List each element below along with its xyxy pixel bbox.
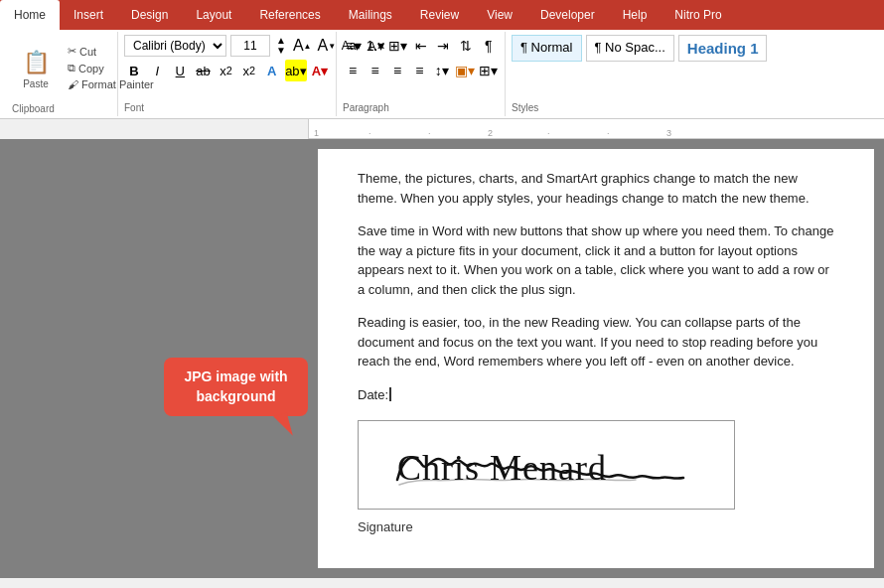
- ruler-area: 1 · · 2 · · 3: [0, 119, 884, 139]
- strikethrough-button[interactable]: ab: [193, 60, 213, 81]
- font-group: Calibri (Body) ▲ ▼ A▲ A▼ Aa▾ A✕ B I U ab…: [118, 32, 337, 116]
- style-no-spacing[interactable]: ¶ No Spac...: [586, 35, 674, 62]
- subscript-button[interactable]: x2: [217, 60, 236, 81]
- font-family-select[interactable]: Calibri (Body): [124, 35, 226, 57]
- bold-button[interactable]: B: [124, 60, 144, 81]
- style-heading1[interactable]: Heading 1: [678, 35, 768, 62]
- copy-icon: ⧉: [68, 62, 75, 74]
- clipboard-group-label: Clipboard: [12, 101, 109, 114]
- show-formatting-button[interactable]: ¶: [478, 35, 499, 57]
- ribbon-toolbar: 📋 Paste ✂ Cut ⧉ Copy 🖌 Format Painter Cl…: [0, 30, 884, 119]
- sidebar-panel: JPG image with background: [0, 139, 308, 578]
- tab-home[interactable]: Home: [0, 0, 60, 30]
- borders-button[interactable]: ⊞▾: [478, 60, 499, 81]
- font-shrink-button[interactable]: A▼: [317, 35, 338, 57]
- tab-design[interactable]: Design: [117, 0, 182, 30]
- svg-text:Chris Menard: Chris Menard: [397, 448, 607, 488]
- tab-layout[interactable]: Layout: [182, 0, 245, 30]
- decrease-indent-button[interactable]: ⇤: [410, 35, 431, 57]
- multilevel-list-button[interactable]: ⊞▾: [387, 35, 408, 57]
- doc-paragraph-1: Theme, the pictures, charts, and SmartAr…: [358, 169, 834, 208]
- document-area: Theme, the pictures, charts, and SmartAr…: [308, 139, 884, 578]
- shading-button[interactable]: ▣▾: [454, 60, 476, 81]
- format-painter-icon: 🖌: [68, 78, 78, 90]
- paste-label: Paste: [23, 78, 49, 89]
- ruler: 1 · · 2 · · 3: [308, 119, 884, 139]
- ruler-sidebar: [0, 119, 308, 139]
- styles-group: ¶ Normal ¶ No Spac... Heading 1 Styles: [506, 32, 880, 116]
- align-center-button[interactable]: ≡: [365, 60, 384, 81]
- styles-group-label: Styles: [512, 100, 874, 113]
- paste-button[interactable]: 📋 Paste: [12, 43, 60, 93]
- tab-insert[interactable]: Insert: [60, 0, 117, 30]
- tab-references[interactable]: References: [245, 0, 334, 30]
- tab-developer[interactable]: Developer: [526, 0, 609, 30]
- highlight-button[interactable]: ab▾: [285, 60, 307, 81]
- text-cursor: [389, 387, 391, 401]
- font-grow-button[interactable]: A▲: [292, 35, 313, 57]
- paragraph-group: ≡▾ 1.▾ ⊞▾ ⇤ ⇥ ⇅ ¶ ≡ ≡ ≡ ≡ ↕▾ ▣▾ ⊞▾ Parag…: [337, 32, 506, 116]
- clipboard-group: 📋 Paste ✂ Cut ⧉ Copy 🖌 Format Painter Cl…: [4, 32, 118, 116]
- signature-box: Chris Menard: [358, 420, 735, 510]
- sort-button[interactable]: ⇅: [456, 35, 477, 57]
- numbering-button[interactable]: 1.▾: [366, 35, 386, 57]
- tab-view[interactable]: View: [473, 0, 526, 30]
- ribbon-tabs: Home Insert Design Layout References Mai…: [0, 0, 884, 30]
- align-left-button[interactable]: ≡: [343, 60, 363, 81]
- font-size-decrease-button[interactable]: ▼: [274, 46, 288, 56]
- paragraph-group-label: Paragraph: [343, 100, 499, 113]
- scissors-icon: ✂: [68, 45, 76, 58]
- tab-help[interactable]: Help: [609, 0, 662, 30]
- callout-tooltip: JPG image with background: [164, 358, 308, 416]
- align-right-button[interactable]: ≡: [387, 60, 407, 81]
- document-page: Theme, the pictures, charts, and SmartAr…: [318, 149, 874, 568]
- justify-button[interactable]: ≡: [409, 60, 429, 81]
- paste-icon: 📋: [20, 47, 52, 78]
- main-area: JPG image with background Theme, the pic…: [0, 139, 884, 578]
- doc-paragraph-2: Save time in Word with new buttons that …: [358, 221, 834, 299]
- bullets-button[interactable]: ≡▾: [343, 35, 364, 57]
- style-normal[interactable]: ¶ Normal: [512, 35, 582, 62]
- line-spacing-button[interactable]: ↕▾: [432, 60, 452, 81]
- doc-paragraph-3: Reading is easier, too, in the new Readi…: [358, 313, 834, 371]
- tab-mailings[interactable]: Mailings: [335, 0, 406, 30]
- date-line: Date:: [358, 385, 834, 405]
- tab-nitro[interactable]: Nitro Pro: [661, 0, 735, 30]
- font-color-button[interactable]: A▾: [310, 60, 330, 81]
- signature-label: Signature: [358, 517, 834, 537]
- tab-review[interactable]: Review: [406, 0, 473, 30]
- superscript-button[interactable]: x2: [239, 60, 259, 81]
- font-size-input[interactable]: [230, 35, 270, 57]
- italic-button[interactable]: I: [147, 60, 167, 81]
- text-effects-button[interactable]: A: [262, 60, 282, 81]
- increase-indent-button[interactable]: ⇥: [433, 35, 454, 57]
- font-group-label: Font: [124, 100, 330, 113]
- underline-button[interactable]: U: [170, 60, 190, 81]
- signature-svg: Chris Menard: [377, 430, 715, 500]
